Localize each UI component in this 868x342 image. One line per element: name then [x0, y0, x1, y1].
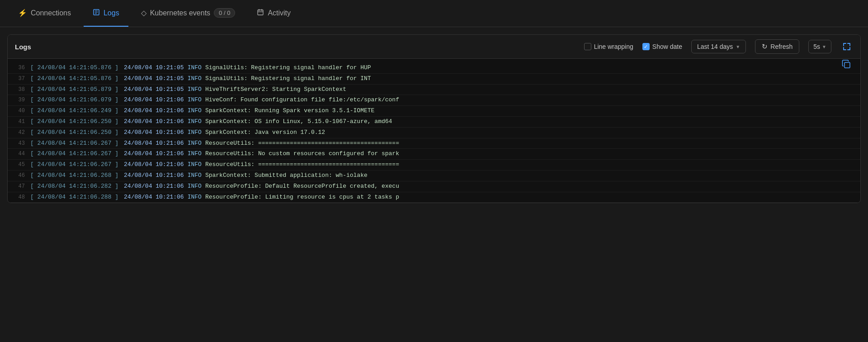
log-message: HiveConf: Found configuration file file:…	[205, 95, 399, 105]
log-level: INFO	[188, 171, 205, 180]
log-row: 48 [ 24/08/04 14:21:06.288 ] 24/08/04 10…	[8, 192, 860, 203]
log-app-time: 24/08/04 10:21:06	[124, 106, 188, 116]
log-row: 41 [ 24/08/04 14:21:06.250 ] 24/08/04 10…	[8, 117, 860, 128]
log-level: INFO	[188, 117, 205, 127]
log-level: INFO	[188, 95, 205, 105]
logs-icon	[93, 9, 100, 18]
log-message: ResourceProfile: Limiting resource is cp…	[205, 193, 399, 202]
show-date-label: Show date	[652, 43, 682, 50]
tab-activity-label: Activity	[268, 9, 291, 17]
interval-chevron-icon: ▼	[822, 44, 826, 49]
log-app-time: 24/08/04 10:21:06	[124, 95, 188, 105]
show-date-control[interactable]: Show date	[642, 43, 682, 50]
line-wrapping-checkbox[interactable]	[584, 43, 591, 50]
log-message: ResourceUtils: No custom resources confi…	[205, 149, 399, 159]
log-level: INFO	[188, 74, 205, 84]
refresh-button[interactable]: ↻ Refresh	[755, 39, 799, 54]
log-line-number: 44	[8, 150, 30, 158]
log-line-number: 45	[8, 161, 30, 169]
log-row: 45 [ 24/08/04 14:21:06.267 ] 24/08/04 10…	[8, 160, 860, 171]
log-app-time: 24/08/04 10:21:06	[124, 149, 188, 159]
logs-panel-title: Logs	[15, 43, 31, 51]
log-row: 36 [ 24/08/04 14:21:05.876 ] 24/08/04 10…	[8, 59, 860, 74]
log-timestamp: [ 24/08/04 14:21:06.250 ]	[30, 128, 124, 138]
logs-content: 36 [ 24/08/04 14:21:05.876 ] 24/08/04 10…	[8, 59, 860, 203]
log-line-number: 38	[8, 86, 30, 94]
log-level: INFO	[188, 193, 205, 202]
svg-rect-4	[258, 10, 263, 15]
log-message: ResourceProfile: Default ResourceProfile…	[205, 182, 399, 191]
copy-button[interactable]	[841, 59, 860, 73]
log-line-number: 43	[8, 139, 30, 148]
log-message: HiveThriftServer2: Starting SparkContext	[205, 85, 346, 95]
log-app-time: 24/08/04 10:21:06	[124, 171, 188, 180]
activity-icon	[257, 9, 264, 18]
log-timestamp: [ 24/08/04 14:21:06.267 ]	[30, 160, 124, 170]
log-timestamp: [ 24/08/04 14:21:06.267 ]	[30, 139, 124, 148]
log-row: 47 [ 24/08/04 14:21:06.282 ] 24/08/04 10…	[8, 181, 860, 192]
interval-label: 5s	[813, 43, 820, 50]
log-timestamp: [ 24/08/04 14:21:06.267 ]	[30, 149, 124, 159]
log-message: SparkContext: OS info Linux, 5.15.0-1067…	[205, 117, 392, 127]
log-line-number: 41	[8, 118, 30, 126]
date-range-label: Last 14 days	[697, 43, 733, 50]
log-app-time: 24/08/04 10:21:06	[124, 117, 188, 127]
log-level: INFO	[188, 149, 205, 159]
log-app-time: 24/08/04 10:21:06	[124, 128, 188, 138]
log-row: 44 [ 24/08/04 14:21:06.267 ] 24/08/04 10…	[8, 149, 860, 160]
line-wrapping-control[interactable]: Line wrapping	[584, 43, 633, 50]
chevron-down-icon: ▼	[736, 44, 740, 49]
log-line-number: 39	[8, 96, 30, 104]
tab-k8s[interactable]: ◇ Kubernetes events 0 / 0	[132, 0, 245, 27]
k8s-icon: ◇	[141, 9, 146, 17]
log-app-time: 24/08/04 10:21:06	[124, 182, 188, 191]
log-level: INFO	[188, 63, 205, 73]
log-timestamp: [ 24/08/04 14:21:05.876 ]	[30, 74, 124, 84]
log-line-number: 37	[8, 75, 30, 83]
log-line-number: 40	[8, 107, 30, 115]
log-row: 42 [ 24/08/04 14:21:06.250 ] 24/08/04 10…	[8, 128, 860, 138]
log-message: SparkContext: Submitted application: wh-…	[205, 171, 368, 180]
log-row: 38 [ 24/08/04 14:21:05.879 ] 24/08/04 10…	[8, 85, 860, 95]
tab-logs[interactable]: Logs	[84, 0, 128, 27]
refresh-icon: ↻	[762, 43, 768, 51]
interval-dropdown[interactable]: 5s ▼	[808, 40, 831, 53]
log-level: INFO	[188, 85, 205, 95]
log-app-time: 24/08/04 10:21:05	[124, 85, 188, 95]
log-message: SparkContext: Running Spark version 3.5.…	[205, 106, 374, 116]
tab-k8s-label: Kubernetes events	[150, 9, 210, 17]
log-row: 37 [ 24/08/04 14:21:05.876 ] 24/08/04 10…	[8, 74, 860, 85]
log-app-time: 24/08/04 10:21:06	[124, 160, 188, 170]
log-line-number: 46	[8, 171, 30, 180]
show-date-checkbox[interactable]	[642, 43, 650, 50]
log-timestamp: [ 24/08/04 14:21:06.268 ]	[30, 171, 124, 180]
log-level: INFO	[188, 106, 205, 116]
log-timestamp: [ 24/08/04 14:21:06.249 ]	[30, 106, 124, 116]
date-range-dropdown[interactable]: Last 14 days ▼	[691, 40, 746, 53]
log-line-number: 47	[8, 182, 30, 191]
log-level: INFO	[188, 128, 205, 138]
log-timestamp: [ 24/08/04 14:21:05.876 ]	[30, 63, 124, 73]
tab-activity[interactable]: Activity	[248, 0, 300, 27]
logs-panel: Logs Line wrapping Show date Last 14 day…	[7, 34, 861, 203]
log-app-time: 24/08/04 10:21:06	[124, 139, 188, 148]
svg-rect-8	[844, 62, 850, 68]
log-line-number: 48	[8, 193, 30, 202]
logs-toolbar: Logs Line wrapping Show date Last 14 day…	[8, 35, 860, 59]
log-timestamp: [ 24/08/04 14:21:06.282 ]	[30, 182, 124, 191]
log-timestamp: [ 24/08/04 14:21:06.288 ]	[30, 193, 124, 202]
log-line-number: 42	[8, 128, 30, 137]
tab-logs-label: Logs	[104, 9, 119, 17]
expand-button[interactable]	[840, 40, 853, 53]
log-message: ResourceUtils: =========================…	[205, 139, 399, 148]
log-level: INFO	[188, 182, 205, 191]
log-line-number: 36	[8, 64, 30, 72]
connections-icon: ⚡	[18, 9, 27, 17]
log-row: 39 [ 24/08/04 14:21:06.079 ] 24/08/04 10…	[8, 95, 860, 106]
tab-connections[interactable]: ⚡ Connections	[9, 0, 80, 27]
log-row: 46 [ 24/08/04 14:21:06.268 ] 24/08/04 10…	[8, 171, 860, 181]
top-nav: ⚡ Connections Logs ◇ Kubernetes events 0…	[0, 0, 868, 27]
log-row: 43 [ 24/08/04 14:21:06.267 ] 24/08/04 10…	[8, 138, 860, 149]
refresh-label: Refresh	[770, 43, 793, 50]
log-app-time: 24/08/04 10:21:06	[124, 193, 188, 202]
